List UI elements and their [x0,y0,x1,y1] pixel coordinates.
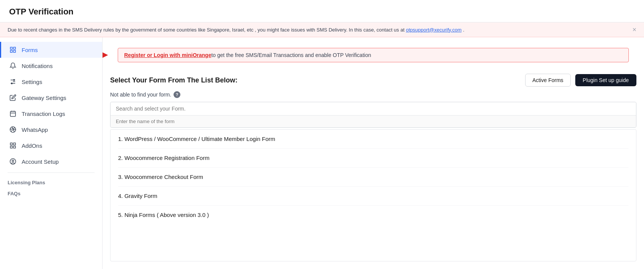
account-setup-icon [9,158,17,165]
svg-rect-16 [14,143,16,145]
sidebar-label-forms: Forms [22,47,38,53]
sidebar-label-notifications: Notifications [22,63,53,69]
sidebar-item-whatsapp[interactable]: WhatsApp [0,122,102,138]
svg-rect-1 [14,47,16,49]
notifications-icon [9,62,17,69]
sidebar-label-gateway-settings: Gateway Settings [22,95,66,101]
page-title: OTP Verification [0,0,644,22]
form-item-1[interactable]: 1. WordPress / WooCommerce / Ultimate Me… [118,130,628,149]
sidebar-divider [8,172,95,173]
help-icon[interactable]: ? [174,91,180,98]
sidebar-label-settings: Settings [22,79,42,85]
sidebar-item-settings[interactable]: Settings [0,74,102,90]
sidebar-label-addons: AddOns [22,142,42,149]
register-banner-wrapper: Register or Login with miniOrange to get… [110,43,636,68]
register-banner-text: to get the free SMS/Email Transactions a… [211,52,371,58]
plugin-guide-button[interactable]: Plugin Set up guide [575,74,636,86]
svg-rect-17 [10,146,12,148]
sidebar-licensing-plans[interactable]: Licensing Plans [0,176,102,187]
settings-icon [9,78,17,85]
alert-bar: Due to recent changes in the SMS Deliver… [0,22,644,37]
form-item-2[interactable]: 2. Woocommerce Registration Form [118,149,628,168]
sidebar-item-transaction-logs[interactable]: Transaction Logs [0,106,102,122]
active-forms-button[interactable]: Active Forms [525,74,571,87]
svg-rect-15 [10,143,12,145]
svg-rect-10 [10,111,16,117]
sidebar-label-whatsapp: WhatsApp [22,127,48,133]
svg-point-20 [12,160,14,162]
form-item-5[interactable]: 5. Ninja Forms ( Above version 3.0 ) [118,206,628,224]
whatsapp-icon [9,126,17,133]
arrow-svg [103,51,108,59]
sidebar-item-forms[interactable]: Forms [0,42,102,58]
arrow-pointer [103,51,108,59]
sidebar-label-account-setup: Account Setup [22,158,59,165]
not-find-text: Not able to find your form. ? [110,91,636,98]
search-box [110,102,636,128]
transaction-logs-icon [9,110,17,117]
alert-text: Due to recent changes in the SMS Deliver… [8,27,628,33]
content-area: Select Your Form From The List Below: Ac… [103,68,644,269]
sidebar: Forms Notifications Settings [0,37,103,269]
svg-rect-2 [10,51,12,52]
forms-list: 1. WordPress / WooCommerce / Ultimate Me… [110,129,636,261]
header-buttons: Active Forms Plugin Set up guide [525,74,636,87]
form-item-4[interactable]: 4. Gravity Form [118,187,628,206]
addons-icon [9,142,17,149]
sidebar-item-gateway-settings[interactable]: Gateway Settings [0,90,102,106]
register-banner: Register or Login with miniOrange to get… [118,48,629,62]
sidebar-item-notifications[interactable]: Notifications [0,58,102,74]
register-login-link[interactable]: Register or Login with miniOrange [124,52,211,58]
sidebar-item-addons[interactable]: AddOns [0,138,102,153]
svg-rect-18 [14,146,16,148]
sidebar-faqs[interactable]: FAQs [0,187,102,198]
alert-email-link[interactable]: otpsupport@xecurify.com [406,27,462,33]
svg-rect-3 [14,51,16,52]
forms-list-inner: 1. WordPress / WooCommerce / Ultimate Me… [110,130,636,224]
gateway-settings-icon [9,94,17,101]
search-form-name-input[interactable] [110,116,636,127]
content-title: Select Your Form From The List Below: [110,76,237,84]
main-content: Register or Login with miniOrange to get… [103,37,644,269]
form-item-3[interactable]: 3. Woocommerce Checkout Form [118,168,628,187]
svg-rect-0 [10,47,12,49]
sidebar-label-transaction-logs: Transaction Logs [22,111,65,117]
alert-close-button[interactable]: × [632,26,636,33]
forms-icon [9,46,17,53]
content-header: Select Your Form From The List Below: Ac… [110,68,636,91]
search-form-input[interactable] [110,102,636,116]
sidebar-item-account-setup[interactable]: Account Setup [0,153,102,169]
